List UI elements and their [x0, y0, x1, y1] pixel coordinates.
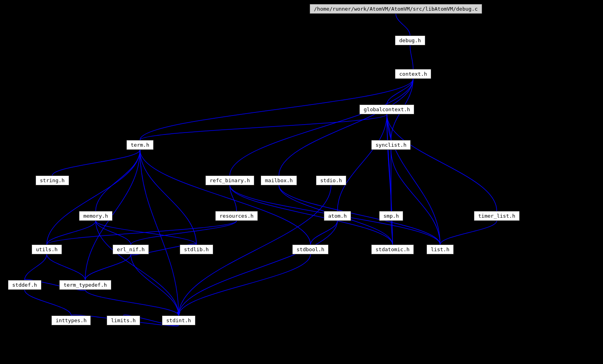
- edge-utils_h-term_typedef_h: [47, 254, 85, 280]
- node-term_h: term.h: [126, 140, 154, 150]
- node-resources_h: resources.h: [215, 211, 258, 221]
- edge-term_h-stdbool_h: [140, 150, 310, 245]
- edge-mailbox_h-list_h: [279, 185, 440, 245]
- node-stddef_h: stddef.h: [8, 280, 41, 290]
- edge-stdbool_h-stdint_h: [178, 254, 310, 315]
- edge-utils_h-stddef_h: [24, 254, 47, 280]
- edge-refc_binary_h-resources_h: [230, 185, 237, 211]
- edges-layer: [0, 0, 603, 364]
- node-synclist_h: synclist.h: [371, 140, 411, 150]
- edge-erl_nif_h-term_typedef_h: [85, 254, 131, 280]
- edge-memory_h-utils_h: [47, 221, 96, 245]
- edge-memory_h-stdlib_h: [96, 221, 196, 245]
- edge-stddef_h-inttypes_h: [24, 290, 71, 315]
- node-utils_h: utils.h: [32, 245, 62, 254]
- dependency-graph: /home/runner/work/AtomVM/AtomVM/src/libA…: [0, 0, 603, 364]
- edge-globalcontext_h-list_h: [387, 114, 440, 245]
- edge-synclist_h-list_h: [391, 150, 440, 245]
- node-smp_h: smp.h: [379, 211, 403, 221]
- edge-context_h-globalcontext_h: [387, 79, 413, 105]
- edge-atom_h-stdint_h: [178, 221, 337, 315]
- node-stdint_h: stdint.h: [162, 315, 195, 325]
- node-source: /home/runner/work/AtomVM/AtomVM/src/libA…: [310, 4, 482, 14]
- edge-timer_list_h-list_h: [440, 221, 496, 245]
- node-limits_h: limits.h: [107, 315, 140, 325]
- edge-globalcontext_h-timer_list_h: [387, 114, 497, 211]
- node-stdbool_h: stdbool.h: [292, 245, 329, 254]
- node-erl_nif_h: erl_nif.h: [113, 245, 149, 254]
- node-string_h: string.h: [36, 175, 69, 185]
- node-refc_binary_h: refc_binary.h: [205, 175, 254, 185]
- edge-term_h-string_h: [52, 150, 140, 175]
- edge-source-debug_h: [396, 14, 410, 35]
- node-list_h: list.h: [426, 245, 454, 254]
- edge-context_h-refc_binary_h: [230, 79, 413, 175]
- edge-term_h-utils_h: [47, 150, 140, 245]
- node-inttypes_h: inttypes.h: [51, 315, 91, 325]
- node-memory_h: memory.h: [79, 211, 113, 221]
- edge-globalcontext_h-smp_h: [387, 114, 391, 211]
- node-context_h: context.h: [395, 69, 431, 79]
- edge-erl_nif_h-stdint_h: [131, 254, 178, 315]
- node-debug_h: debug.h: [395, 35, 425, 45]
- node-atom_h: atom.h: [324, 211, 351, 221]
- edge-term_typedef_h-stdint_h: [85, 290, 179, 315]
- edge-debug_h-context_h: [410, 45, 413, 69]
- node-globalcontext_h: globalcontext.h: [359, 105, 414, 114]
- node-stdatomic_h: stdatomic.h: [371, 245, 414, 254]
- edge-resources_h-utils_h: [47, 221, 237, 245]
- node-stdio_h: stdio.h: [316, 175, 346, 185]
- node-mailbox_h: mailbox.h: [261, 175, 297, 185]
- edge-atom_h-stdbool_h: [310, 221, 337, 245]
- node-stdlib_h: stdlib.h: [180, 245, 213, 254]
- node-term_typedef_h: term_typedef.h: [59, 280, 111, 290]
- node-timer_list_h: timer_list.h: [474, 211, 520, 221]
- edge-globalcontext_h-atom_h: [337, 114, 387, 211]
